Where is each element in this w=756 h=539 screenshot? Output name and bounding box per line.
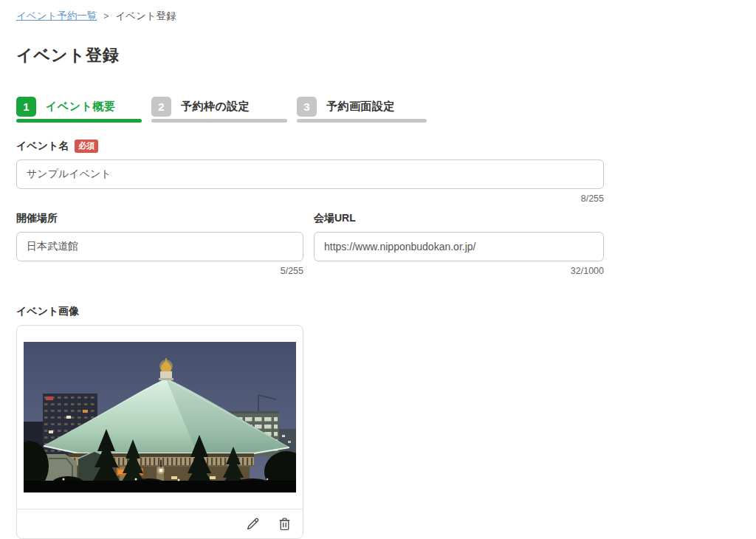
event-name-field-group: イベント名 必須 8/255 xyxy=(16,140,604,204)
venue-input[interactable] xyxy=(16,232,303,261)
step3-number-badge: 3 xyxy=(297,97,317,117)
venue-url-label: 会場URL xyxy=(314,212,356,225)
step1-number-badge: 1 xyxy=(16,97,36,117)
venue-field-group: 開催場所 5/255 xyxy=(16,212,303,276)
step3-label: 予約画面設定 xyxy=(326,100,395,114)
tab-step2-slot-settings[interactable]: 2 予約枠の設定 xyxy=(151,97,287,123)
trash-icon xyxy=(277,516,292,532)
step2-number-badge: 2 xyxy=(151,97,171,117)
event-image-section: イベント画像 xyxy=(16,305,740,539)
step2-label: 予約枠の設定 xyxy=(181,100,250,114)
venue-char-counter: 5/255 xyxy=(16,266,303,276)
step1-label: イベント概要 xyxy=(46,100,115,114)
step-tabs: 1 イベント概要 2 予約枠の設定 3 予約画面設定 xyxy=(16,97,740,123)
venue-label: 開催場所 xyxy=(16,212,58,225)
tab-step3-booking-screen-settings[interactable]: 3 予約画面設定 xyxy=(297,97,427,123)
pencil-icon xyxy=(245,516,261,532)
event-image-actions xyxy=(17,509,303,538)
edit-image-button[interactable] xyxy=(245,516,261,532)
venue-url-char-counter: 32/1000 xyxy=(314,266,604,276)
event-name-char-counter: 8/255 xyxy=(16,193,604,204)
tab-step1-event-summary[interactable]: 1 イベント概要 xyxy=(16,97,142,123)
venue-row: 開催場所 5/255 会場URL 32/1000 xyxy=(16,212,604,276)
breadcrumb: イベント予約一覧 > イベント登録 xyxy=(16,10,740,23)
venue-url-field-group: 会場URL 32/1000 xyxy=(314,212,604,276)
event-name-label-row: イベント名 必須 xyxy=(16,140,604,153)
event-image-label: イベント画像 xyxy=(16,305,79,318)
event-name-input[interactable] xyxy=(16,159,604,189)
delete-image-button[interactable] xyxy=(277,516,292,532)
step2-underline xyxy=(151,119,287,123)
breadcrumb-link-event-list[interactable]: イベント予約一覧 xyxy=(16,10,97,23)
breadcrumb-current: イベント登録 xyxy=(115,10,176,23)
required-badge: 必須 xyxy=(75,140,98,153)
step1-underline xyxy=(16,119,142,123)
venue-url-input[interactable] xyxy=(314,232,604,261)
event-image-card xyxy=(16,325,303,539)
event-image-budokan-photo xyxy=(24,342,296,492)
step3-underline xyxy=(297,119,427,123)
page-title: イベント登録 xyxy=(16,44,740,66)
event-image-wrapper xyxy=(17,326,303,509)
event-name-label: イベント名 xyxy=(16,140,69,153)
event-registration-page: イベント予約一覧 > イベント登録 イベント登録 1 イベント概要 2 予約枠の… xyxy=(0,0,756,539)
breadcrumb-separator: > xyxy=(103,11,109,21)
